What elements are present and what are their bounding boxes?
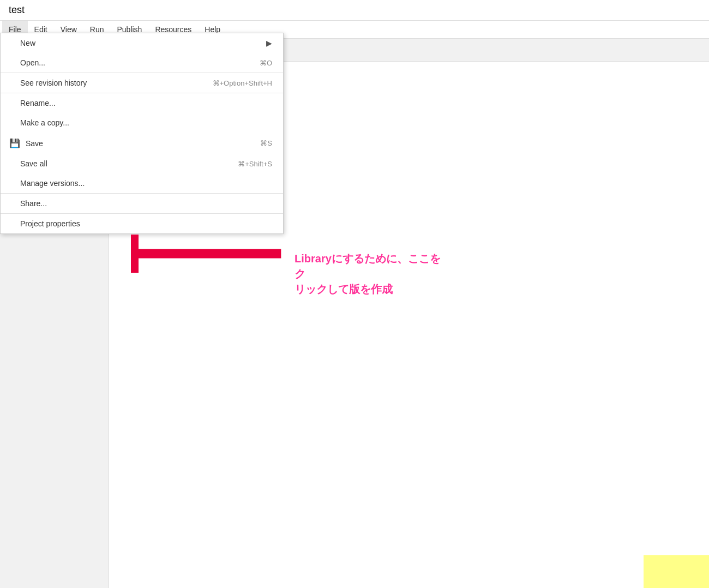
file-menu-make-copy[interactable]: Make a copy... bbox=[1, 113, 283, 133]
file-menu-project-properties[interactable]: Project properties bbox=[1, 214, 283, 233]
file-menu-section-4: Share... bbox=[1, 194, 283, 214]
file-menu-section-5: Project properties bbox=[1, 214, 283, 233]
file-menu-manage-versions[interactable]: Manage versions... bbox=[1, 173, 283, 193]
submenu-arrow-icon: ▶ bbox=[266, 39, 272, 47]
file-dropdown-menu: New ▶ Open... ⌘O See revision history ⌘+… bbox=[0, 33, 284, 234]
file-menu-revision-history[interactable]: See revision history ⌘+Option+Shift+H bbox=[1, 73, 283, 93]
file-menu-section-3: Rename... Make a copy... 💾 Save ⌘S Save … bbox=[1, 93, 283, 194]
file-menu-section-1: New ▶ Open... ⌘O bbox=[1, 33, 283, 73]
file-menu-save-all[interactable]: Save all ⌘+Shift+S bbox=[1, 154, 283, 173]
file-menu-section-2: See revision history ⌘+Option+Shift+H bbox=[1, 73, 283, 93]
file-menu-open[interactable]: Open... ⌘O bbox=[1, 53, 283, 73]
app-title: test bbox=[9, 4, 25, 15]
file-menu-new[interactable]: New ▶ bbox=[1, 33, 283, 53]
title-bar: test bbox=[0, 0, 709, 21]
file-menu-save[interactable]: 💾 Save ⌘S bbox=[1, 133, 283, 154]
save-disk-icon: 💾 bbox=[9, 138, 20, 148]
sticky-note bbox=[644, 555, 709, 588]
file-menu-share[interactable]: Share... bbox=[1, 194, 283, 213]
file-menu-rename[interactable]: Rename... bbox=[1, 93, 283, 113]
